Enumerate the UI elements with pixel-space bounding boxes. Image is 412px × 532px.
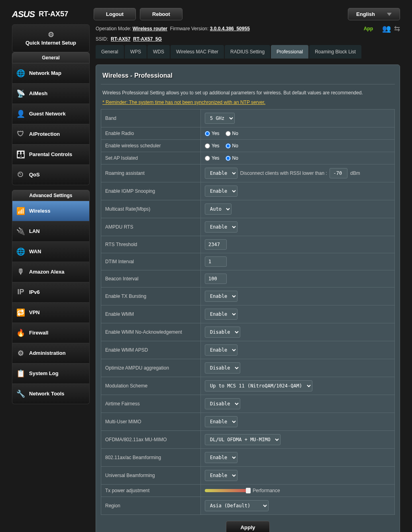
sidebar-item-label: VPN bbox=[29, 309, 40, 315]
tab-wps[interactable]: WPS bbox=[125, 45, 147, 59]
tx-bursting-label: Enable TX Bursting bbox=[101, 288, 201, 305]
logout-button[interactable]: Logout bbox=[94, 8, 136, 20]
sidebar-icon: 🌐 bbox=[16, 69, 25, 78]
ofdma-label: OFDMA/802.11ax MU-MIMO bbox=[101, 431, 201, 449]
tab-roaming-block-list[interactable]: Roaming Block List bbox=[309, 45, 361, 59]
sidebar-icon: 📡 bbox=[16, 89, 25, 98]
airtime-label: Airtime Fairness bbox=[101, 395, 201, 413]
tab-wds[interactable]: WDS bbox=[147, 45, 170, 59]
users-icon[interactable]: 👥 bbox=[382, 24, 391, 33]
ampdu-agg-select[interactable]: Disable bbox=[205, 362, 240, 374]
sidebar-icon: IP bbox=[16, 288, 25, 297]
sidebar-item-label: Firewall bbox=[29, 330, 48, 336]
sidebar-item-amazon-alexa[interactable]: 🎙Amazon Alexa bbox=[12, 262, 90, 282]
app-link[interactable]: App bbox=[364, 26, 373, 31]
share-icon[interactable]: ⇆ bbox=[394, 24, 400, 33]
scheduler-yes[interactable]: Yes bbox=[205, 143, 220, 149]
rts-threshold-input[interactable] bbox=[205, 239, 227, 250]
brand-logo: ASUS bbox=[12, 9, 35, 20]
sidebar-item-administration[interactable]: ⚙Administration bbox=[12, 343, 90, 364]
dtim-input[interactable] bbox=[205, 256, 227, 267]
language-select[interactable]: English bbox=[348, 8, 400, 20]
ampdu-agg-label: Optimize AMPDU aggregation bbox=[101, 359, 201, 377]
panel-title: Wireless - Professional bbox=[101, 70, 395, 84]
ap-isolated-yes[interactable]: Yes bbox=[205, 155, 220, 161]
operation-mode-link[interactable]: Wireless router bbox=[133, 26, 167, 31]
sidebar-item-ipv6[interactable]: IPIPv6 bbox=[12, 282, 90, 303]
wmm-select[interactable]: Enable bbox=[205, 309, 237, 320]
wmm-apsd-select[interactable]: Enable bbox=[205, 344, 237, 356]
sidebar-item-label: AiMesh bbox=[29, 90, 47, 96]
sidebar-icon: 🔧 bbox=[16, 389, 25, 398]
sidebar-item-system-log[interactable]: 📋System Log bbox=[12, 364, 90, 384]
wmm-noack-select[interactable]: Disable bbox=[205, 327, 240, 338]
igmp-select[interactable]: Enable bbox=[205, 186, 237, 197]
sidebar-item-aimesh[interactable]: 📡AiMesh bbox=[12, 84, 90, 104]
sidebar-item-network-map[interactable]: 🌐Network Map bbox=[12, 63, 90, 84]
beamforming-select[interactable]: Enable bbox=[205, 452, 237, 463]
sidebar-item-parental-controls[interactable]: 👪Parental Controls bbox=[12, 145, 90, 165]
sidebar-group-advanced: Advanced Settings bbox=[12, 190, 90, 201]
roaming-select[interactable]: Enable bbox=[205, 168, 237, 179]
sidebar-item-label: Administration bbox=[29, 350, 66, 356]
sidebar-item-firewall[interactable]: 🔥Firewall bbox=[12, 323, 90, 343]
tab-wireless-mac-filter[interactable]: Wireless MAC Filter bbox=[171, 45, 224, 59]
sidebar-item-qis[interactable]: ⚙ Quick Internet Setup bbox=[12, 24, 90, 52]
sidebar-item-label: Network Map bbox=[29, 70, 61, 76]
universal-bf-select[interactable]: Enable bbox=[205, 470, 237, 481]
modulation-select[interactable]: Up to MCS 11 (NitroQAM/1024-QAM) bbox=[205, 380, 312, 391]
mu-mimo-select[interactable]: Enable bbox=[205, 416, 237, 427]
ofdma-select[interactable]: DL/UL OFDMA + MU-MIMO bbox=[205, 434, 281, 445]
wmm-noack-label: Enable WMM No-Acknowledgement bbox=[101, 323, 201, 341]
firmware-label: Firmware Version: bbox=[170, 26, 209, 31]
enable-radio-label: Enable Radio bbox=[101, 127, 201, 140]
region-select[interactable]: Asia (Default) bbox=[205, 500, 269, 511]
sidebar-icon: 🔥 bbox=[16, 329, 25, 337]
modulation-label: Modulation Scheme bbox=[101, 377, 201, 395]
enable-radio-no[interactable]: No bbox=[226, 131, 238, 136]
firmware-link[interactable]: 3.0.0.4.386_50955 bbox=[210, 26, 250, 31]
chevron-down-icon bbox=[387, 13, 392, 16]
sidebar-icon: 🔁 bbox=[16, 308, 25, 317]
sidebar-icon: 👪 bbox=[16, 150, 25, 159]
sidebar-item-aiprotection[interactable]: 🛡AiProtection bbox=[12, 124, 90, 145]
ntp-reminder-link[interactable]: * Reminder: The system time has not been… bbox=[101, 100, 395, 109]
sidebar-icon: 👤 bbox=[16, 110, 25, 118]
reboot-button[interactable]: Reboot bbox=[140, 8, 182, 20]
language-label: English bbox=[356, 11, 375, 17]
sidebar-group-general: General bbox=[12, 52, 90, 63]
apply-button[interactable]: Apply bbox=[226, 521, 269, 532]
sidebar-item-label: WAN bbox=[29, 248, 41, 254]
airtime-select[interactable]: Disable bbox=[205, 398, 240, 409]
sidebar-item-vpn[interactable]: 🔁VPN bbox=[12, 303, 90, 323]
band-select[interactable]: 5 GHz bbox=[205, 113, 235, 124]
sidebar-item-network-tools[interactable]: 🔧Network Tools bbox=[12, 384, 90, 404]
ssid2-link[interactable]: RT-AX57_5G bbox=[133, 36, 162, 42]
sidebar-item-lan[interactable]: 🔌LAN bbox=[12, 221, 90, 242]
wmm-apsd-label: Enable WMM APSD bbox=[101, 341, 201, 359]
sidebar-icon: ⏲ bbox=[16, 170, 25, 179]
tab-professional[interactable]: Professional bbox=[271, 45, 308, 59]
sidebar-icon: 🛡 bbox=[16, 130, 25, 139]
panel-description: Wireless Professional Setting allows you… bbox=[101, 84, 395, 100]
ap-isolated-no[interactable]: No bbox=[226, 155, 238, 161]
tab-radius-setting[interactable]: RADIUS Setting bbox=[225, 45, 270, 59]
scheduler-no[interactable]: No bbox=[226, 143, 238, 149]
sidebar-item-wireless[interactable]: 📶Wireless bbox=[12, 201, 90, 221]
tab-general[interactable]: General bbox=[96, 45, 124, 59]
beamforming-label: 802.11ax/ac Beamforming bbox=[101, 449, 201, 467]
ssid1-link[interactable]: RT-AX57 bbox=[111, 36, 130, 42]
tx-bursting-select[interactable]: Enable bbox=[205, 291, 237, 302]
beacon-input[interactable] bbox=[205, 274, 227, 284]
band-label: Band bbox=[101, 110, 201, 127]
sidebar-item-wan[interactable]: 🌐WAN bbox=[12, 242, 90, 262]
multicast-select[interactable]: Auto bbox=[205, 203, 232, 215]
qis-label: Quick Internet Setup bbox=[26, 40, 76, 46]
tx-power-slider[interactable] bbox=[205, 489, 249, 492]
enable-radio-yes[interactable]: Yes bbox=[205, 131, 220, 136]
sidebar-item-guest-network[interactable]: 👤Guest Network bbox=[12, 104, 90, 124]
rssi-input[interactable] bbox=[330, 168, 347, 178]
multicast-label: Multicast Rate(Mbps) bbox=[101, 200, 201, 218]
ampdu-rts-select[interactable]: Enable bbox=[205, 221, 237, 233]
sidebar-item-qos[interactable]: ⏲QoS bbox=[12, 165, 90, 185]
